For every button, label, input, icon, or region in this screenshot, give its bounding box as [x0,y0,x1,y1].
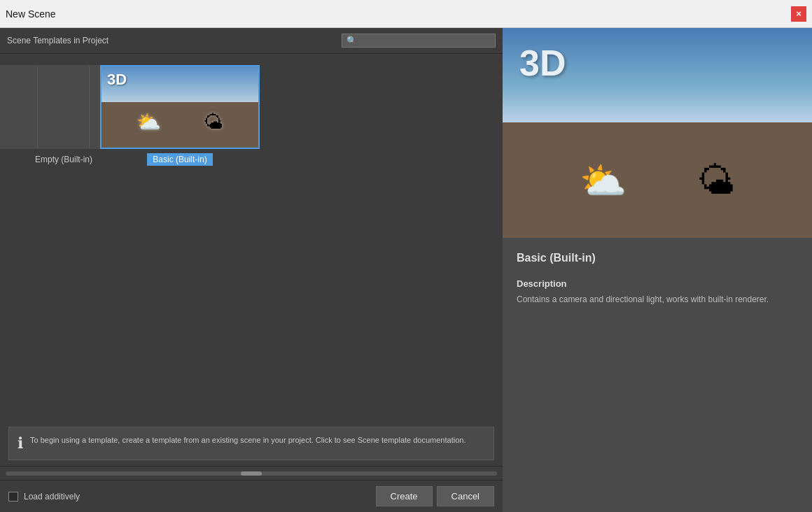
template-card-basic[interactable]: 3D ⛅ 🌤 Basic (Built-in) [127,65,232,166]
description-label: Description [517,278,798,289]
section-label: Scene Templates in Project [7,36,342,45]
cloud-camera-icon: ⛅ [136,111,161,134]
preview-area: 3D ⛅ 🌤 [503,28,812,238]
search-input[interactable] [360,36,491,45]
info-text: To begin using a template, create a temp… [30,434,465,446]
templates-grid: Empty (Built-in) 3D ⛅ 🌤 Basic (Built-in) [0,54,503,427]
empty-col-2 [38,66,90,148]
thumb-3d-label: 3D [107,71,127,89]
info-icon: ℹ [18,434,23,453]
load-additively-checkbox[interactable] [8,492,18,502]
scroll-area[interactable] [0,466,503,480]
preview-icons: ⛅ 🌤 [503,159,812,203]
dialog-title: New Scene [6,8,56,20]
detail-title: Basic (Built-in) [517,252,798,264]
load-additively-label: Load additively [24,492,80,502]
cancel-button[interactable]: Cancel [437,486,494,506]
scroll-track[interactable] [6,471,497,476]
create-button[interactable]: Create [376,486,433,506]
description-text: Contains a camera and directional light,… [517,293,798,306]
detail-section: Basic (Built-in) Description Contains a … [503,238,812,512]
close-button[interactable]: × [791,6,806,22]
preview-3d-label: 3D [519,42,566,84]
main-layout: Scene Templates in Project 🔍 Empty (Buil… [0,28,812,512]
search-bar: Scene Templates in Project 🔍 [0,28,503,54]
search-icon: 🔍 [346,36,357,45]
right-panel: 3D ⛅ 🌤 Basic (Built-in) Description Cont… [503,28,812,512]
preview-cloud-icon: ⛅ [580,159,626,203]
search-wrap: 🔍 [342,34,496,48]
info-box: ℹ To begin using a template, create a te… [8,427,494,460]
title-bar: New Scene × [0,0,812,28]
basic-label: Basic (Built-in) [147,153,212,166]
footer: Load additively Create Cancel [0,480,503,512]
thumb-icons: ⛅ 🌤 [102,111,258,134]
footer-buttons: Create Cancel [376,486,495,506]
sun-icon: 🌤 [204,111,223,134]
empty-label: Empty (Built-in) [29,153,98,166]
scroll-thumb[interactable] [241,471,262,476]
basic-thumb: 3D ⛅ 🌤 [100,65,260,149]
empty-col-1 [0,66,38,148]
preview-sun-icon: 🌤 [697,159,735,203]
left-panel: Scene Templates in Project 🔍 Empty (Buil… [0,28,503,512]
load-additively-wrap: Load additively [8,492,80,502]
